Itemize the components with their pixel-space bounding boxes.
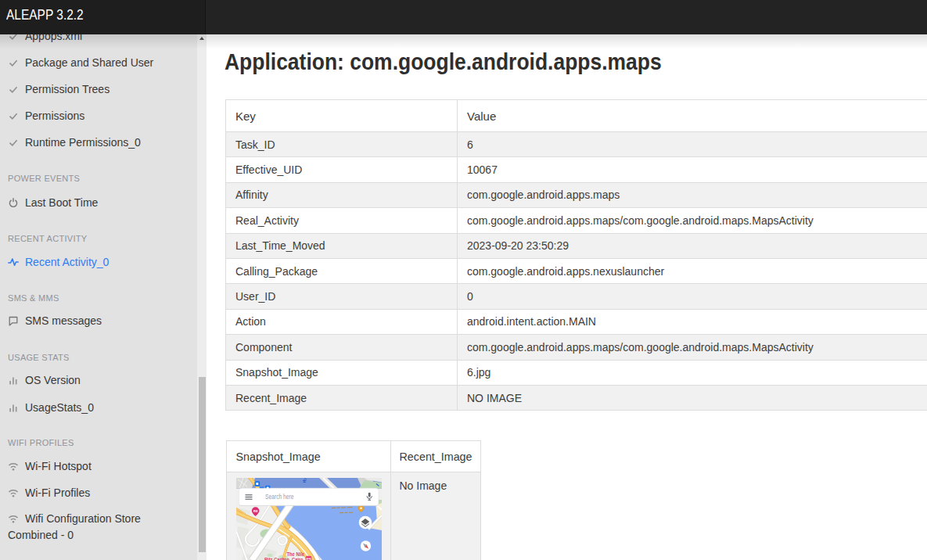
svg-text:Search here: Search here xyxy=(265,494,294,501)
svg-text:Ritz-Carlton, Cairo: Ritz-Carlton, Cairo xyxy=(264,557,304,560)
svg-text:RM: RM xyxy=(253,510,257,513)
